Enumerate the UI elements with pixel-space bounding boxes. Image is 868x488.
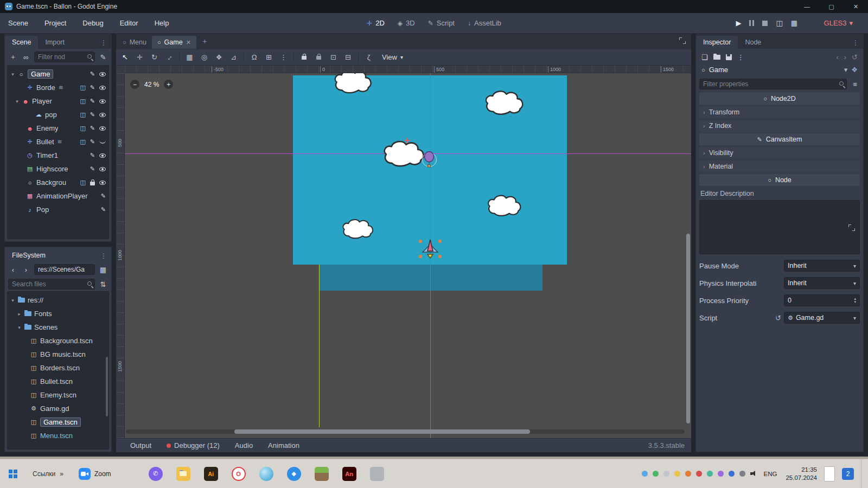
taskbar-clock[interactable]: 21:35 25.07.2024 bbox=[783, 466, 819, 482]
fs-item-name[interactable]: Background.tscn bbox=[40, 337, 93, 345]
eye-icon[interactable] bbox=[99, 99, 106, 104]
tray-icon[interactable] bbox=[729, 471, 735, 477]
output-tab[interactable]: Output bbox=[123, 441, 159, 450]
fs-row[interactable]: ▾ Scenes bbox=[8, 320, 108, 334]
select-tool-icon[interactable]: ↖ bbox=[118, 53, 132, 61]
menu-help[interactable]: Help bbox=[146, 13, 177, 34]
cloud-sprite[interactable] bbox=[482, 88, 527, 115]
2d-viewport-canvas[interactable]: − 42 % ＋ bbox=[125, 73, 691, 438]
instance-scene-icon[interactable]: ∞ bbox=[21, 53, 31, 61]
fs-row[interactable]: ◫ Menu.tscn bbox=[8, 429, 108, 442]
fs-row[interactable]: ▸ Fonts bbox=[8, 307, 108, 320]
vertical-scrollbar[interactable] bbox=[686, 234, 690, 423]
tab-import[interactable]: Import bbox=[38, 36, 71, 49]
grid-snap-icon[interactable]: ⊞ bbox=[262, 53, 276, 61]
tab-filesystem[interactable]: FileSystem bbox=[5, 249, 53, 262]
fs-row[interactable]: ◫ Background.tscn bbox=[8, 334, 108, 348]
fs-row[interactable]: ◫ Bullet.tscn bbox=[8, 375, 108, 388]
plane-sprite[interactable] bbox=[418, 238, 442, 260]
eye-icon[interactable] bbox=[99, 181, 106, 185]
car-app-icon[interactable] bbox=[370, 467, 384, 481]
scene-tree-row[interactable]: ✛ Bullet ≋ ◫✎ bbox=[8, 135, 108, 149]
minimize-button[interactable]: — bbox=[795, 0, 819, 13]
fs-row[interactable]: ◫ Enemy.tscn bbox=[8, 388, 108, 402]
script-icon[interactable]: ✎ bbox=[90, 98, 95, 105]
tray-icon[interactable] bbox=[685, 471, 691, 477]
show-desktop-button[interactable] bbox=[861, 459, 865, 488]
tree-node-name[interactable]: Player bbox=[32, 97, 52, 105]
horizontal-scrollbar[interactable] bbox=[126, 429, 685, 434]
tray-icon[interactable] bbox=[707, 471, 713, 477]
group-material[interactable]: › Material bbox=[699, 160, 860, 172]
reload-script-icon[interactable]: ↺ bbox=[775, 314, 781, 322]
history-icon[interactable]: ↺ bbox=[852, 53, 858, 61]
pivot-marker[interactable] bbox=[405, 138, 410, 143]
tree-node-name[interactable]: Enemy bbox=[36, 124, 58, 132]
tray-icon[interactable] bbox=[653, 471, 659, 477]
fs-item-name[interactable]: Menu.tscn bbox=[40, 432, 73, 440]
lock-icon[interactable] bbox=[90, 182, 95, 185]
pause-button[interactable] bbox=[749, 20, 754, 26]
scale-tool-icon[interactable]: ↔ bbox=[161, 49, 176, 65]
tree-node-name[interactable]: AnimationPlayer bbox=[36, 192, 88, 200]
zoom-in-button[interactable]: ＋ bbox=[164, 80, 173, 89]
collapse-arrow-icon[interactable]: ▾ bbox=[9, 72, 17, 77]
group-visibility[interactable]: › Visibility bbox=[699, 147, 860, 159]
group-object-icon[interactable]: ⊡ bbox=[327, 53, 340, 61]
sort-files-icon[interactable]: ⇅ bbox=[98, 280, 108, 288]
opera-icon[interactable]: O bbox=[232, 467, 246, 481]
tree-node-name[interactable]: Pop bbox=[36, 206, 49, 214]
horizontal-ruler[interactable]: -500 0 500 1000 1500 bbox=[125, 66, 691, 73]
open-scene-icon[interactable]: ◫ bbox=[80, 138, 85, 145]
open-scene-icon[interactable]: ◫ bbox=[80, 84, 85, 91]
balloon-sprite[interactable] bbox=[423, 151, 435, 168]
pause-mode-dropdown[interactable]: Inherit ▾ bbox=[784, 260, 860, 272]
script-icon[interactable]: ✎ bbox=[90, 165, 95, 172]
cloud-sprite[interactable] bbox=[340, 217, 376, 239]
collapse-arrow-icon[interactable]: ▸ bbox=[15, 311, 23, 317]
new-resource-icon[interactable]: ❏ bbox=[701, 53, 708, 61]
view-menu-button[interactable]: View ▾ bbox=[382, 53, 403, 61]
group-z-index[interactable]: › Z Index bbox=[699, 120, 860, 132]
fs-row[interactable]: ⚙ Game.gd bbox=[8, 402, 108, 415]
eye-icon[interactable] bbox=[99, 126, 106, 131]
script-property-field[interactable]: ⚙ Game.gd ▾ bbox=[784, 312, 860, 324]
tree-node-name[interactable]: Highscore bbox=[36, 165, 68, 173]
tray-icon[interactable] bbox=[718, 471, 724, 477]
notification-preview[interactable] bbox=[824, 466, 835, 481]
renderer-dropdown[interactable]: GLES3 ▾ bbox=[824, 19, 853, 27]
scene-tree-row[interactable]: ○ Backgrou ◫ bbox=[8, 176, 108, 189]
tree-node-name[interactable]: Borde bbox=[36, 84, 55, 92]
play-scene-button[interactable]: ◫ bbox=[776, 19, 782, 27]
signal-connection-icon[interactable]: ≋ bbox=[58, 138, 62, 145]
cloud-sprite[interactable] bbox=[484, 193, 525, 217]
viber-icon[interactable]: ✆ bbox=[149, 467, 163, 481]
script-icon[interactable]: ✎ bbox=[90, 111, 95, 118]
fs-row[interactable]: ◫ Game.tscn bbox=[8, 415, 108, 429]
notification-badge[interactable]: 2 bbox=[842, 468, 854, 480]
play-button[interactable]: ▶ bbox=[736, 19, 741, 27]
tray-icon[interactable] bbox=[642, 471, 648, 477]
fs-item-name[interactable]: BG music.tscn bbox=[40, 350, 86, 358]
fs-item-name[interactable]: Game.gd bbox=[40, 404, 69, 413]
scene-tree-row[interactable]: ☻ Enemy ◫✎ bbox=[8, 121, 108, 135]
close-button[interactable]: ✕ bbox=[844, 0, 868, 13]
filter-nodes-input[interactable] bbox=[34, 52, 95, 62]
open-scene-icon[interactable]: ◫ bbox=[80, 98, 85, 105]
smart-snap-icon[interactable]: Ω bbox=[247, 53, 261, 61]
fs-item-name[interactable]: Bullet.tscn bbox=[40, 377, 73, 386]
script-icon[interactable]: ✎ bbox=[90, 125, 95, 132]
open-scene-icon[interactable]: ◫ bbox=[80, 111, 85, 118]
scene-tree-row[interactable]: ▤ Highscore ✎ bbox=[8, 162, 108, 176]
play-custom-scene-button[interactable]: ▦ bbox=[791, 19, 797, 27]
ungroup-object-icon[interactable]: ⊟ bbox=[341, 53, 355, 61]
collapse-arrow-icon[interactable]: ▾ bbox=[15, 325, 23, 330]
fs-item-name[interactable]: Fonts bbox=[34, 310, 52, 318]
history-forward-icon[interactable]: › bbox=[844, 53, 846, 61]
tree-node-name[interactable]: Backgrou bbox=[36, 178, 66, 187]
scene-tree-row[interactable]: ▦ AnimationPlayer ✎ bbox=[8, 189, 108, 203]
tray-icon[interactable] bbox=[739, 471, 745, 477]
menu-scene[interactable]: Scene bbox=[0, 13, 36, 34]
fs-item-name[interactable]: Borders.tscn bbox=[40, 364, 80, 372]
spin-arrows-icon[interactable]: ▴▾ bbox=[854, 297, 856, 304]
